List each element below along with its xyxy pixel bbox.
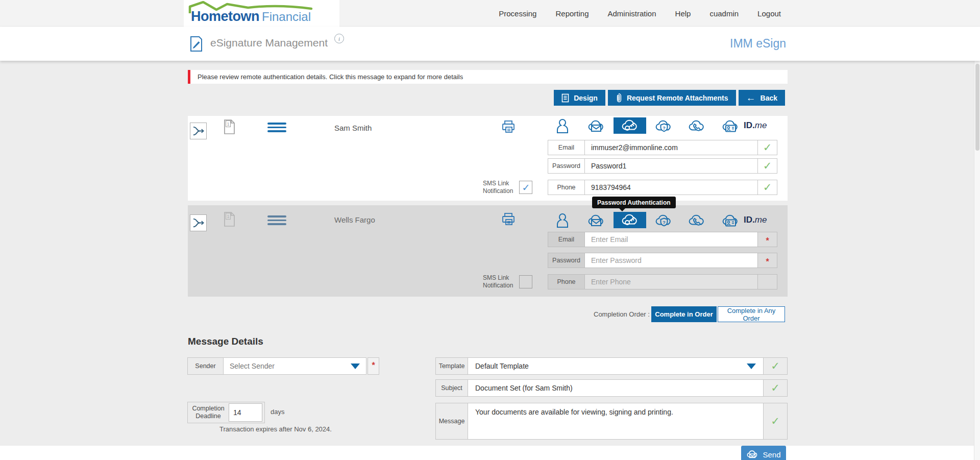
subject-input[interactable]	[475, 384, 756, 392]
completion-order-label: Completion Order :	[594, 306, 650, 322]
design-button[interactable]: Design	[554, 90, 605, 106]
paperclip-icon	[616, 93, 622, 103]
email-input[interactable]	[585, 232, 757, 247]
expiry-note: Transaction expires after Nov 6, 2024.	[219, 425, 332, 433]
scrollbar-track[interactable]	[974, 61, 980, 460]
document-count-icon[interactable]: 1	[223, 211, 236, 227]
password-status-cell	[757, 253, 777, 268]
valid-check-icon	[763, 141, 772, 154]
security-question-auth-icon[interactable]: ?	[654, 213, 673, 228]
chevron-down-icon	[747, 364, 756, 369]
template-row: Template Default Template	[435, 357, 788, 375]
remote-auth-alert[interactable]: Please review remote authentication deta…	[188, 70, 788, 84]
password-field-row: Password	[548, 253, 777, 268]
printer-icon[interactable]	[501, 119, 516, 135]
phone-auth-icon[interactable]	[687, 118, 706, 134]
email-label: Email	[548, 140, 585, 155]
nav-item-reporting[interactable]: Reporting	[555, 9, 589, 18]
sms-label: SMS Link Notification	[483, 180, 513, 195]
template-select[interactable]: Default Template	[468, 357, 764, 375]
signing-order-button[interactable]	[190, 123, 207, 139]
password-label: Password	[548, 253, 585, 268]
deadline-days-input[interactable]	[229, 403, 262, 422]
nav-item-logout[interactable]: Logout	[757, 9, 781, 18]
nav-item-administration[interactable]: Administration	[608, 9, 656, 18]
info-icon[interactable]: i	[334, 34, 344, 43]
password-auth-tooltip: Password Authentication	[592, 197, 676, 208]
complete-in-order-button[interactable]: Complete in Order	[651, 306, 717, 322]
drag-handle-icon[interactable]	[267, 215, 286, 225]
sender-select[interactable]: Select Sender	[224, 358, 366, 374]
document-count-icon[interactable]: 1	[223, 119, 236, 135]
drag-handle-icon[interactable]	[267, 123, 286, 132]
phone-status-cell	[757, 275, 777, 289]
password-field-row: Password	[548, 158, 777, 174]
svg-text:?: ?	[663, 126, 666, 131]
top-nav-bar: HometownFinancial Processing Reporting A…	[0, 0, 980, 27]
phone-input[interactable]	[585, 275, 757, 289]
sms-link-notification: SMS Link Notification	[483, 180, 532, 195]
valid-check-icon	[771, 415, 780, 427]
scrollbar-thumb[interactable]	[975, 64, 979, 151]
id-verification-auth-icon[interactable]	[721, 213, 740, 228]
phone-status-cell	[757, 180, 777, 195]
template-status-cell	[764, 358, 787, 374]
email-field-row: Email	[548, 232, 777, 247]
valid-check-icon	[763, 181, 772, 193]
sender-label: Sender	[188, 358, 224, 374]
doc-count-badge: 1	[226, 213, 231, 220]
subject-input-wrap	[468, 379, 764, 397]
request-remote-attachments-button[interactable]: Request Remote Attachments	[608, 90, 736, 106]
sender-row: Sender Select Sender	[187, 357, 366, 375]
recipient-person-icon[interactable]	[556, 212, 569, 229]
email-field-row: Email	[548, 140, 777, 155]
page-title: eSignature Management	[210, 37, 328, 49]
action-toolbar: Design Request Remote Attachments Back	[550, 90, 785, 106]
alert-text: Please review remote authentication deta…	[198, 73, 463, 81]
esign-app-window: HometownFinancial Processing Reporting A…	[0, 0, 980, 460]
back-button[interactable]: Back	[739, 90, 785, 106]
password-auth-icon-selected[interactable]	[614, 117, 646, 134]
email-input[interactable]	[585, 140, 757, 155]
main-nav: Processing Reporting Administration Help…	[499, 0, 781, 27]
password-input[interactable]	[585, 159, 757, 173]
valid-check-icon	[771, 382, 780, 394]
recipient-person-icon[interactable]	[556, 118, 569, 134]
sms-checkbox-unchecked[interactable]	[519, 275, 532, 288]
password-input[interactable]	[585, 253, 757, 268]
password-auth-icon-selected[interactable]	[614, 212, 646, 228]
message-row: Message Your documents are available for…	[435, 403, 788, 440]
valid-check-icon	[763, 160, 772, 172]
sms-label: SMS Link Notification	[483, 274, 513, 289]
nav-item-help[interactable]: Help	[675, 9, 691, 18]
brand-suffix: Financial	[262, 10, 311, 23]
phone-auth-icon[interactable]	[687, 213, 706, 228]
sms-checkbox-checked[interactable]	[519, 181, 532, 194]
phone-input[interactable]	[585, 180, 757, 195]
brand-name: Hometown	[191, 9, 259, 24]
idme-auth-icon[interactable]: ID.me	[744, 215, 767, 225]
message-details-heading: Message Details	[188, 336, 263, 347]
merge-arrow-icon	[192, 217, 205, 229]
send-button[interactable]: Send	[741, 446, 786, 460]
esignature-doc-icon	[189, 36, 203, 52]
product-name: IMM eSign	[730, 37, 786, 51]
password-status-cell	[757, 159, 777, 173]
printer-icon[interactable]	[501, 212, 516, 227]
recipient-name: Wells Fargo	[334, 215, 375, 224]
nav-item-user[interactable]: cuadmin	[709, 9, 739, 18]
auth-method-strip: ? ID.me	[548, 117, 780, 135]
email-auth-icon[interactable]	[586, 213, 606, 228]
signing-order-button[interactable]	[190, 214, 207, 231]
subject-label: Subject	[436, 380, 468, 396]
security-question-auth-icon[interactable]: ?	[654, 118, 673, 134]
hometown-logo[interactable]: HometownFinancial	[184, 0, 339, 27]
id-verification-auth-icon[interactable]	[721, 118, 740, 134]
merge-arrow-icon	[192, 125, 205, 137]
message-textarea[interactable]: Your documents are available for viewing…	[468, 403, 764, 440]
complete-in-any-order-button[interactable]: Complete in Any Order	[718, 306, 785, 322]
nav-item-processing[interactable]: Processing	[499, 9, 536, 18]
idme-auth-icon[interactable]: ID.me	[744, 120, 767, 131]
valid-check-icon	[771, 360, 780, 372]
email-auth-icon[interactable]	[586, 118, 606, 134]
